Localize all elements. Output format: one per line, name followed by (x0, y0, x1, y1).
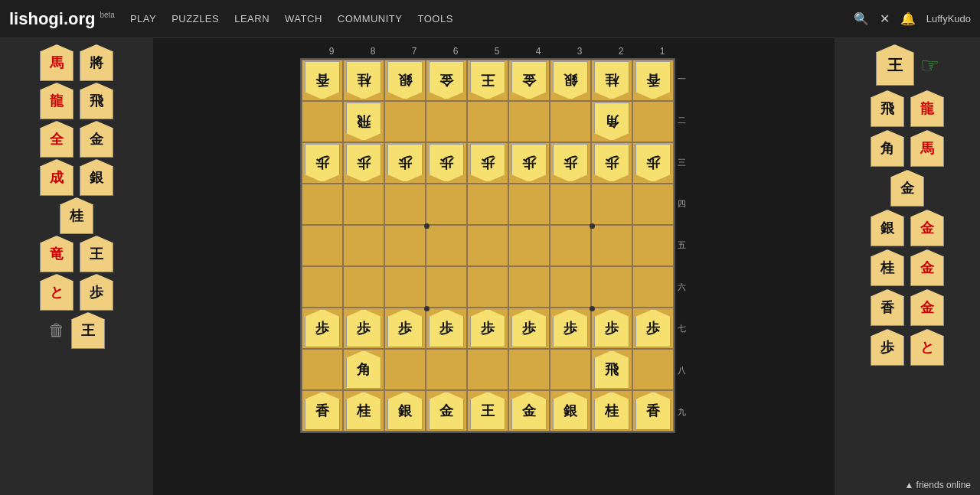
right-piece-hisha[interactable]: 飛 (871, 90, 904, 127)
bell-icon[interactable]: 🔔 (900, 11, 916, 26)
cell-2-6[interactable] (591, 266, 632, 308)
cell-6-5[interactable] (426, 225, 467, 266)
left-piece-12[interactable]: と (40, 274, 74, 311)
left-piece-8[interactable]: 銀 (80, 159, 113, 196)
left-piece-10[interactable]: 竜 (40, 236, 74, 272)
close-icon[interactable]: ✕ (880, 11, 890, 26)
right-piece-narikei[interactable]: 金 (910, 249, 944, 286)
cell-1-3[interactable]: 歩 (632, 142, 674, 184)
cell-9-2[interactable] (302, 101, 343, 142)
logo[interactable]: lishogi.org (9, 9, 95, 29)
right-piece-kei[interactable]: 桂 (871, 249, 904, 286)
cell-7-9[interactable]: 銀 (384, 390, 426, 431)
cell-2-3[interactable]: 歩 (591, 142, 632, 184)
right-piece-uma[interactable]: 馬 (910, 130, 944, 167)
left-piece-13[interactable]: 歩 (80, 274, 113, 311)
nav-watch[interactable]: WATCH (285, 9, 322, 28)
cell-5-4[interactable] (467, 184, 508, 225)
right-piece-gin[interactable]: 銀 (871, 210, 904, 246)
cell-1-5[interactable] (632, 225, 674, 266)
left-piece-2[interactable]: 將 (80, 44, 113, 81)
cell-6-1[interactable]: 金 (426, 60, 467, 101)
cell-8-7[interactable]: 歩 (343, 308, 384, 349)
cell-1-8[interactable] (632, 349, 674, 390)
cell-8-1[interactable]: 桂 (343, 60, 384, 101)
cell-9-9[interactable]: 香 (302, 390, 343, 431)
username[interactable]: LuffyKudo (926, 13, 971, 24)
cell-3-7[interactable]: 歩 (550, 308, 591, 349)
cell-3-1[interactable]: 銀 (550, 60, 591, 101)
cell-6-4[interactable] (426, 184, 467, 225)
cell-4-9[interactable]: 金 (508, 390, 550, 431)
cell-9-1[interactable]: 香 (302, 60, 343, 101)
cell-8-4[interactable] (343, 184, 384, 225)
cell-5-6[interactable] (467, 266, 508, 308)
nav-play[interactable]: PLAY (130, 9, 156, 28)
nav-tools[interactable]: TOOLS (417, 9, 452, 28)
right-piece-narikyo[interactable]: 金 (910, 289, 944, 326)
cell-6-3[interactable]: 歩 (426, 142, 467, 184)
cell-9-7[interactable]: 歩 (302, 308, 343, 349)
cell-2-9[interactable]: 桂 (591, 390, 632, 431)
cell-1-6[interactable] (632, 266, 674, 308)
cell-8-3[interactable]: 歩 (343, 142, 384, 184)
cell-3-4[interactable] (550, 184, 591, 225)
nav-learn[interactable]: LEARN (234, 9, 270, 28)
cell-5-7[interactable]: 歩 (467, 308, 508, 349)
cell-7-8[interactable] (384, 349, 426, 390)
cell-9-3[interactable]: 歩 (302, 142, 343, 184)
cell-4-2[interactable] (508, 101, 550, 142)
search-icon[interactable]: 🔍 (854, 11, 869, 26)
left-piece-1[interactable]: 馬 (40, 44, 74, 81)
cell-8-6[interactable] (343, 266, 384, 308)
cell-5-1[interactable]: 王 (467, 60, 508, 101)
cell-6-2[interactable] (426, 101, 467, 142)
cell-7-2[interactable] (384, 101, 426, 142)
cell-2-7[interactable]: 歩 (591, 308, 632, 349)
nav-community[interactable]: COMMUNITY (338, 9, 403, 28)
friends-online-panel[interactable]: ▲ friends online (895, 475, 980, 495)
left-piece-4[interactable]: 飛 (80, 83, 113, 119)
right-piece-kaku[interactable]: 角 (871, 130, 904, 167)
right-piece-king[interactable]: 王 (876, 44, 914, 86)
left-piece-6[interactable]: 金 (80, 121, 113, 158)
left-piece-11[interactable]: 王 (80, 236, 113, 272)
cell-9-6[interactable] (302, 266, 343, 308)
cell-1-2[interactable] (632, 101, 674, 142)
cell-4-7[interactable]: 歩 (508, 308, 550, 349)
cell-4-5[interactable] (508, 225, 550, 266)
cell-3-3[interactable]: 歩 (550, 142, 591, 184)
cell-5-8[interactable] (467, 349, 508, 390)
cell-4-1[interactable]: 金 (508, 60, 550, 101)
cell-7-1[interactable]: 銀 (384, 60, 426, 101)
cell-2-2[interactable]: 角 (591, 101, 632, 142)
left-piece-9[interactable]: 桂 (60, 197, 93, 234)
cell-9-5[interactable] (302, 225, 343, 266)
cell-5-5[interactable] (467, 225, 508, 266)
cell-4-8[interactable] (508, 349, 550, 390)
cell-1-7[interactable]: 歩 (632, 308, 674, 349)
cell-2-5[interactable] (591, 225, 632, 266)
right-piece-kyo[interactable]: 香 (871, 289, 904, 326)
cell-9-4[interactable] (302, 184, 343, 225)
cell-1-4[interactable] (632, 184, 674, 225)
right-piece-kin[interactable]: 金 (890, 170, 924, 207)
left-piece-king[interactable]: 王 (71, 312, 105, 349)
cell-2-4[interactable] (591, 184, 632, 225)
cell-5-2[interactable] (467, 101, 508, 142)
left-piece-3[interactable]: 龍 (40, 83, 74, 119)
left-piece-5[interactable]: 全 (40, 121, 74, 158)
nav-puzzles[interactable]: PUZZLES (172, 9, 219, 28)
cell-7-5[interactable] (384, 225, 426, 266)
cell-7-4[interactable] (384, 184, 426, 225)
cell-4-6[interactable] (508, 266, 550, 308)
shogi-board[interactable]: 香 桂 銀 金 王 金 銀 桂 香 飛 角 (300, 58, 675, 433)
cell-5-3[interactable]: 歩 (467, 142, 508, 184)
cell-5-9[interactable]: 王 (467, 390, 508, 431)
right-piece-ryu[interactable]: 龍 (910, 90, 944, 127)
trash-icon[interactable]: 🗑 (48, 321, 65, 340)
cell-3-8[interactable] (550, 349, 591, 390)
cell-3-9[interactable]: 銀 (550, 390, 591, 431)
cell-8-2[interactable]: 飛 (343, 101, 384, 142)
cell-7-3[interactable]: 歩 (384, 142, 426, 184)
